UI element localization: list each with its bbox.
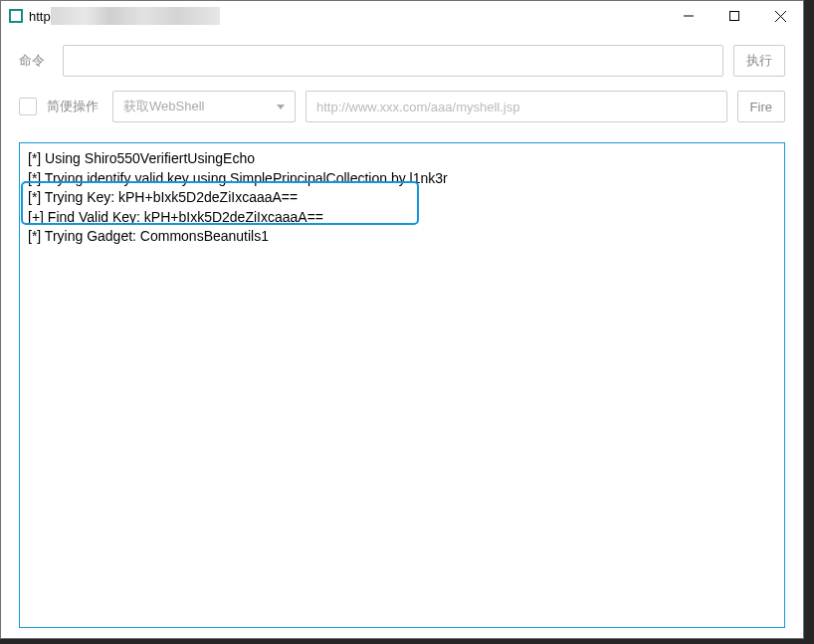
operations-row: 简便操作 获取WebShell Fire bbox=[19, 91, 785, 122]
output-line: [*] Using Shiro550VerifiertUsingEcho bbox=[28, 149, 776, 169]
title-obscured bbox=[51, 7, 220, 25]
output-textarea[interactable]: [*] Using Shiro550VerifiertUsingEcho [*]… bbox=[19, 142, 785, 628]
window-title: http bbox=[29, 9, 51, 24]
command-input[interactable] bbox=[63, 45, 723, 77]
fire-button[interactable]: Fire bbox=[737, 91, 785, 122]
window-controls bbox=[666, 1, 803, 31]
simple-ops-label: 简便操作 bbox=[47, 98, 99, 115]
command-row: 命令 执行 bbox=[19, 45, 785, 77]
output-line: [*] Trying Key: kPH+bIxk5D2deZiIxcaaaA== bbox=[28, 188, 776, 208]
execute-button[interactable]: 执行 bbox=[733, 45, 785, 77]
app-icon bbox=[9, 9, 23, 23]
output-line: [+] Find Valid Key: kPH+bIxk5D2deZiIxcaa… bbox=[28, 208, 776, 228]
action-select[interactable]: 获取WebShell bbox=[112, 91, 296, 122]
minimize-button[interactable] bbox=[666, 1, 712, 31]
content-area: 命令 执行 简便操作 获取WebShell Fire [*] Using Shi… bbox=[1, 31, 803, 638]
maximize-button[interactable] bbox=[712, 1, 757, 31]
command-label: 命令 bbox=[19, 52, 53, 70]
output-line: [*] Trying Gadget: CommonsBeanutils1 bbox=[28, 227, 776, 247]
titlebar: http bbox=[1, 1, 803, 31]
close-icon bbox=[775, 11, 786, 22]
action-select-value: 获取WebShell bbox=[123, 98, 204, 115]
shell-url-input[interactable] bbox=[305, 91, 727, 122]
simple-ops-checkbox[interactable] bbox=[19, 98, 37, 115]
chevron-down-icon bbox=[277, 105, 285, 109]
svg-rect-1 bbox=[730, 12, 739, 21]
maximize-icon bbox=[729, 11, 739, 21]
output-line: [*] Trying identify valid key using Simp… bbox=[28, 169, 776, 189]
app-window: http 命令 执行 简便操作 获取WebShell bbox=[0, 0, 804, 639]
minimize-icon bbox=[684, 11, 694, 21]
close-button[interactable] bbox=[757, 1, 803, 31]
